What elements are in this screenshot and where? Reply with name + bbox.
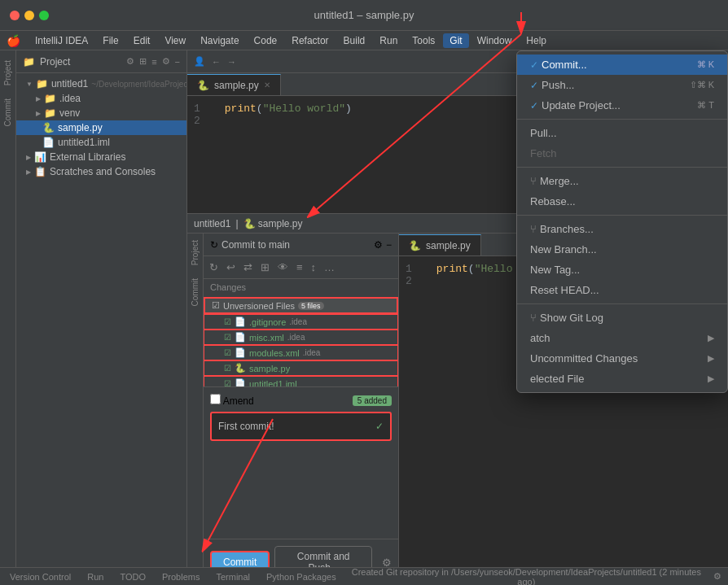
status-run[interactable]: Run [84,572,107,582]
commit-minimize-icon[interactable]: − [386,239,392,251]
apple-logo-icon[interactable]: 🍎 [7,34,20,47]
rollback-btn[interactable]: ↩ [224,260,238,275]
minimize-button[interactable] [24,11,34,20]
expand-arrow-icon: ▶ [36,110,41,117]
panel-gear-icon[interactable]: ⚙ [162,56,170,67]
sidebar-tab-project[interactable]: Project [2,54,14,92]
project-panel-title: Project [40,56,121,68]
amend-label[interactable]: Amend [210,394,254,407]
filename-label: untitled1.iml [249,379,297,387]
tree-idea-folder[interactable]: ▶ 📁 .idea [16,91,186,106]
menu-code[interactable]: Code [248,33,284,48]
close-button[interactable] [10,11,20,20]
menu-view[interactable]: View [158,33,192,48]
menu-build[interactable]: Build [337,33,372,48]
window-title: untitled1 – sample.py [314,9,414,21]
file-checkbox-icon[interactable]: ☑ [224,348,231,357]
maximize-button[interactable] [39,11,49,20]
refresh-icon[interactable]: ↻ [210,239,218,251]
dropdown-item-new-branch[interactable]: New Branch... [517,239,727,260]
status-terminal[interactable]: Terminal [213,572,253,582]
diff-btn[interactable]: ⇄ [241,260,255,275]
more-btn[interactable]: … [322,260,337,275]
dropdown-item-pull[interactable]: Pull... [517,123,727,143]
file-checkbox-icon[interactable]: ☑ [224,379,231,386]
menu-refactor[interactable]: Refactor [285,33,335,48]
dropdown-item-merge[interactable]: ⑂Merge... [517,171,727,191]
dropdown-item-uncommitted[interactable]: Uncommitted Changes ▶ [517,348,727,369]
menu-window[interactable]: Window [471,33,519,48]
status-problems[interactable]: Problems [159,572,203,582]
dropdown-item-patch[interactable]: atch ▶ [517,328,727,348]
nav-left-icon[interactable]: ← [212,57,221,67]
scratches-icon: 📋 [34,166,46,177]
line-number-1: 1 [194,103,218,115]
menu-file[interactable]: File [96,33,125,48]
dropdown-item-show-git-log[interactable]: ⑂Show Git Log [517,308,727,328]
dropdown-item-rebase[interactable]: Rebase... [517,191,727,212]
file-checkbox-icon[interactable]: ☑ [224,317,231,326]
menu-git[interactable]: Git [443,33,468,48]
dropdown-item-selected-file[interactable]: elected File ▶ [517,369,727,389]
expand-btn[interactable]: ≡ [294,260,305,275]
status-python-packages[interactable]: Python Packages [263,572,340,582]
amend-checkbox[interactable] [210,394,221,404]
sort-btn[interactable]: ↕ [309,260,319,275]
tab-sample-py[interactable]: 🐍 sample.py ✕ [187,74,281,95]
file-sample-py[interactable]: ☑ 🐍 sample.py [204,360,398,376]
commit-settings-icon[interactable]: ⚙ [374,239,383,251]
menu-edit[interactable]: Edit [127,33,157,48]
checkbox-icon[interactable]: ☑ [212,300,220,311]
file-checkbox-icon[interactable]: ☑ [224,333,231,342]
menu-navigate[interactable]: Navigate [194,33,245,48]
dropdown-item-new-tag[interactable]: New Tag... [517,260,727,280]
dropdown-item-commit[interactable]: ✓Commit... ⌘ K [517,55,727,75]
tree-root[interactable]: ▼ 📁 untitled1 ~/Development/IdeaProjects… [16,76,186,91]
nav-right-icon[interactable]: → [227,57,236,67]
new-tag-label: New Tag... [530,264,580,276]
menu-bar: 🍎 IntelliJ IDEA File Edit View Navigate … [0,31,728,50]
panel-minimize-icon[interactable]: − [175,57,180,67]
history-btn[interactable]: ⊞ [258,260,272,275]
file-group-header[interactable]: ☑ Unversioned Files 5 files [204,297,398,314]
dropdown-item-reset-head[interactable]: Reset HEAD... [517,280,727,300]
status-version-control[interactable]: Version Control [7,572,74,582]
settings-icon-status[interactable]: ⚙ [713,571,721,582]
file-misc-xml[interactable]: ☑ 📄 misc.xml .idea [204,330,398,345]
sidebar-commit-tab[interactable]: Commit [189,272,201,312]
panel-settings-icon[interactable]: ⚙ [126,56,134,67]
commit-message-box[interactable]: First commit! ✓ [210,412,392,441]
tree-sample-py[interactable]: 🐍 sample.py [16,120,186,135]
file-modules-xml[interactable]: ☑ 📄 modules.xml .idea [204,345,398,360]
patch-label: atch [530,332,550,344]
dropdown-item-branches[interactable]: ⑂Branches... [517,219,727,239]
panel-expand-icon[interactable]: ⊞ [139,56,147,67]
menu-run[interactable]: Run [373,33,404,48]
tree-untitled-iml[interactable]: 📄 untitled1.iml [16,135,186,150]
tree-venv-folder[interactable]: ▶ 📁 venv [16,106,186,120]
filename-label: misc.xml [249,333,284,343]
dropdown-item-push[interactable]: ✓Push... ⇧⌘ K [517,75,727,95]
file-checkbox-icon[interactable]: ☑ [224,364,231,373]
eye-btn[interactable]: 👁 [275,260,291,275]
tab-close-icon[interactable]: ✕ [264,81,270,89]
sidebar-project-tab[interactable]: Project [189,234,201,272]
file-tree: ▼ 📁 untitled1 ~/Development/IdeaProjects… [16,73,186,585]
file-gitignore[interactable]: ☑ 📄 .gitignore .idea [204,314,398,330]
dropdown-item-update[interactable]: ✓Update Project... ⌘ T [517,95,727,116]
sidebar-tab-commit[interactable]: Commit [2,92,14,133]
menu-intellij[interactable]: IntelliJ IDEA [29,33,94,48]
menu-tools[interactable]: Tools [406,33,441,48]
sample-py-tab2[interactable]: 🐍 sample.py [243,218,303,229]
menu-help[interactable]: Help [520,33,553,48]
untitled1-tab[interactable]: untitled1 [194,218,230,229]
second-tab-sample-py[interactable]: 🐍 sample.py [399,234,481,255]
status-todo[interactable]: TODO [116,572,149,582]
panel-collapse-icon[interactable]: ≡ [151,57,156,67]
tree-external-libs[interactable]: ▶ 📊 External Libraries [16,150,186,164]
tab-label: sample.py [214,80,259,91]
tree-scratches[interactable]: ▶ 📋 Scratches and Consoles [16,164,186,179]
file-untitled-iml[interactable]: ☑ 📄 untitled1.iml [204,376,398,386]
refresh-btn[interactable]: ↻ [207,260,221,275]
root-label: untitled1 [51,78,88,89]
